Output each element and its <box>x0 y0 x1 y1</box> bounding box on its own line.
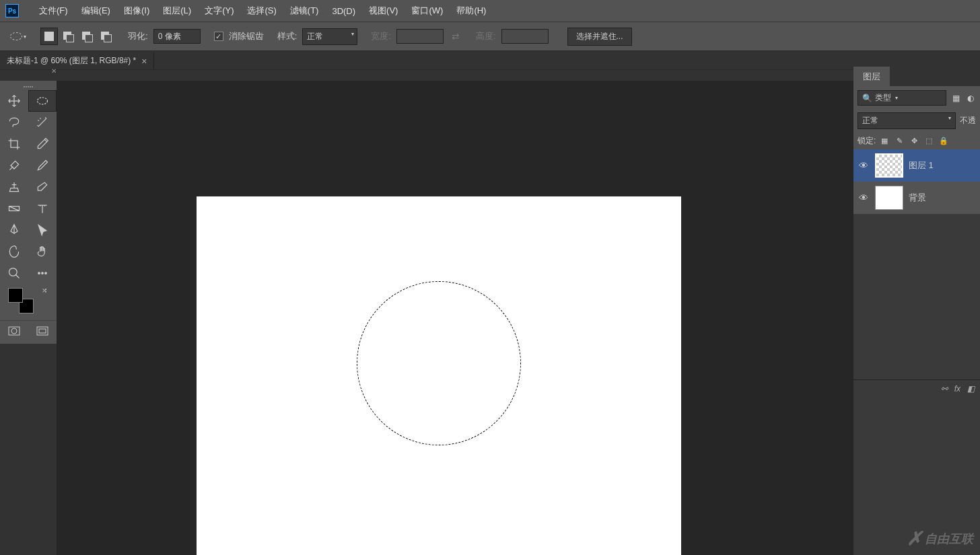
opacity-label: 不透 <box>960 115 976 126</box>
lock-position-icon[interactable]: ✥ <box>908 135 920 147</box>
style-label: 样式: <box>277 30 298 42</box>
gradient-tool[interactable] <box>0 198 28 219</box>
layer-thumbnail[interactable] <box>875 186 903 210</box>
filter-pixel-icon[interactable]: ▦ <box>950 93 961 104</box>
antialias-checkbox[interactable] <box>214 32 223 41</box>
menu-bar: Ps 文件(F) 编辑(E) 图像(I) 图层(L) 文字(Y) 选择(S) 滤… <box>0 0 980 22</box>
menu-help[interactable]: 帮助(H) <box>450 5 493 17</box>
lock-image-icon[interactable]: ✎ <box>893 135 905 147</box>
document-tab-title: 未标题-1 @ 60% (图层 1, RGB/8#) * <box>7 55 136 67</box>
svg-point-7 <box>11 328 17 334</box>
healing-brush-tool[interactable] <box>0 155 28 176</box>
svg-point-2 <box>9 268 18 276</box>
layer-item[interactable]: 👁 图层 1 <box>853 149 980 182</box>
filter-adjust-icon[interactable]: ◐ <box>965 93 976 104</box>
layers-tab[interactable]: 图层 <box>853 67 890 87</box>
zoom-tool[interactable] <box>0 262 28 284</box>
selection-mode-group <box>40 28 114 45</box>
panel-tab-strip: 图层 <box>853 67 980 86</box>
svg-point-5 <box>45 272 47 274</box>
panel-collapse-icon[interactable]: ✕ <box>51 67 57 75</box>
type-tool[interactable] <box>28 198 57 219</box>
menu-image[interactable]: 图像(I) <box>117 5 156 17</box>
layer-mask-icon[interactable]: ◧ <box>967 384 975 394</box>
visibility-eye-icon[interactable]: 👁 <box>858 192 870 203</box>
layer-item[interactable]: 👁 背景 <box>853 182 980 214</box>
selection-new-button[interactable] <box>40 28 58 45</box>
layer-filter-type[interactable]: 🔍 类型 ▾ <box>858 90 946 106</box>
swap-colors-icon[interactable]: ⤭ <box>42 287 47 294</box>
lock-transparent-icon[interactable]: ▦ <box>878 135 890 147</box>
watermark: ✗ 自由互联 <box>907 527 973 550</box>
eyedropper-tool[interactable] <box>28 133 57 155</box>
layer-thumbnail[interactable] <box>875 153 903 178</box>
brush-tool[interactable] <box>28 155 57 176</box>
link-layers-icon[interactable]: ⚯ <box>941 384 948 394</box>
blend-mode-row: 正常 ▾ 不透 <box>853 110 980 132</box>
document-canvas[interactable] <box>197 196 681 555</box>
pen-tool[interactable] <box>0 219 28 241</box>
width-label: 宽度: <box>371 30 391 42</box>
feather-input[interactable] <box>153 29 201 44</box>
eraser-tool[interactable] <box>28 176 57 198</box>
menu-edit[interactable]: 编辑(E) <box>75 5 117 17</box>
shape-tool[interactable] <box>0 241 28 262</box>
menu-view[interactable]: 视图(V) <box>362 5 405 17</box>
lock-all-icon[interactable]: 🔒 <box>938 135 950 147</box>
hand-tool[interactable] <box>28 241 57 262</box>
selection-add-button[interactable] <box>59 28 77 45</box>
tool-preset-picker[interactable]: ▾ <box>7 27 30 46</box>
marquee-tool[interactable] <box>28 90 57 112</box>
foreground-color[interactable] <box>8 288 23 303</box>
svg-point-0 <box>38 98 48 104</box>
elliptical-selection <box>357 281 521 445</box>
path-selection-tool[interactable] <box>28 219 57 241</box>
selection-intersect-button[interactable] <box>97 28 114 45</box>
blend-mode-select[interactable]: 正常 ▾ <box>858 112 956 129</box>
menu-file[interactable]: 文件(F) <box>32 5 75 17</box>
search-icon: 🔍 <box>862 94 872 103</box>
crop-tool[interactable] <box>0 133 28 155</box>
select-and-mask-button[interactable]: 选择并遮住... <box>567 28 632 46</box>
height-input <box>501 29 549 44</box>
edit-toolbar[interactable] <box>28 262 57 284</box>
menu-3d[interactable]: 3D(D) <box>325 6 362 16</box>
layer-list: 👁 图层 1 👁 背景 <box>853 149 980 214</box>
canvas-area[interactable] <box>57 81 853 555</box>
menu-layer[interactable]: 图层(L) <box>156 5 198 17</box>
lock-row: 锁定: ▦ ✎ ✥ ⬚ 🔒 <box>853 132 980 149</box>
close-tab-icon[interactable]: × <box>141 56 147 67</box>
quick-mask-mode[interactable] <box>0 322 28 340</box>
swap-dimensions-icon: ⇄ <box>452 31 460 42</box>
screen-mode[interactable] <box>28 322 57 340</box>
width-input <box>396 29 444 44</box>
document-tab-bar: 未标题-1 @ 60% (图层 1, RGB/8#) * × <box>0 51 980 70</box>
lasso-tool[interactable] <box>0 112 28 133</box>
document-tab[interactable]: 未标题-1 @ 60% (图层 1, RGB/8#) * × <box>0 52 154 69</box>
layer-name[interactable]: 图层 1 <box>909 159 934 172</box>
lock-label: 锁定: <box>858 135 876 147</box>
ellipse-marquee-icon <box>10 32 22 40</box>
menu-select[interactable]: 选择(S) <box>240 5 283 17</box>
layer-filter-row: 🔍 类型 ▾ ▦ ◐ <box>853 86 980 110</box>
selection-subtract-button[interactable] <box>78 28 96 45</box>
lock-artboard-icon[interactable]: ⬚ <box>923 135 935 147</box>
menu-filter[interactable]: 滤镜(T) <box>283 5 326 17</box>
magic-wand-tool[interactable] <box>28 112 57 133</box>
style-select[interactable]: 正常▾ <box>302 28 357 45</box>
layer-fx-icon[interactable]: fx <box>954 384 960 394</box>
height-label: 高度: <box>476 30 496 42</box>
clone-stamp-tool[interactable] <box>0 176 28 198</box>
visibility-eye-icon[interactable]: 👁 <box>858 160 870 171</box>
dropdown-arrow-icon: ▾ <box>24 34 26 40</box>
toolbox: ⤭ <box>0 81 57 344</box>
app-logo[interactable]: Ps <box>5 4 19 17</box>
layer-name[interactable]: 背景 <box>909 192 926 204</box>
move-tool[interactable] <box>0 90 28 112</box>
menu-window[interactable]: 窗口(W) <box>405 5 450 17</box>
menu-type[interactable]: 文字(Y) <box>198 5 240 17</box>
color-swatches: ⤭ <box>0 284 57 320</box>
antialias-label: 消除锯齿 <box>229 30 264 42</box>
svg-point-3 <box>38 272 40 274</box>
toolbox-grip[interactable] <box>0 83 57 90</box>
